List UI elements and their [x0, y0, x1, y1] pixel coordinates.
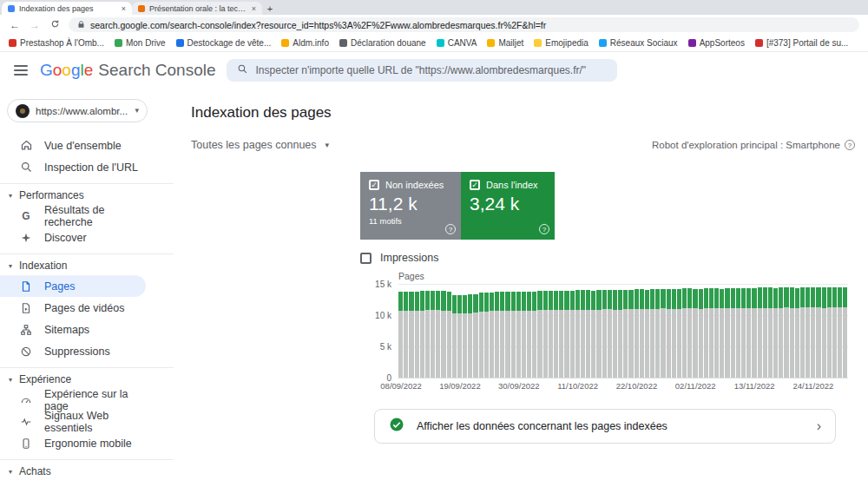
chart-bar[interactable] [709, 284, 713, 378]
chart-bar[interactable] [409, 284, 413, 378]
bookmark-item[interactable]: Mon Drive [115, 38, 166, 48]
chart-bar[interactable] [532, 284, 536, 378]
sidebar-item-search-results[interactable]: G Résultats de recherche [0, 205, 146, 227]
chart-bar[interactable] [490, 284, 494, 378]
chart-bar[interactable] [591, 284, 595, 378]
bookmark-item[interactable]: Mailjet [487, 38, 523, 48]
pages-filter-dropdown[interactable]: Toutes les pages connues ▾ [191, 139, 329, 151]
chart-bar[interactable] [763, 284, 767, 378]
help-icon[interactable]: ? [539, 224, 549, 234]
view-indexed-data-link[interactable]: Afficher les données concernant les page… [374, 409, 836, 444]
chart-bar[interactable] [404, 284, 408, 378]
chart-bar[interactable] [731, 284, 735, 378]
chart-bar[interactable] [575, 284, 580, 378]
new-tab-button[interactable]: + [262, 2, 278, 15]
chart-bar[interactable] [635, 284, 639, 378]
chart-bar[interactable] [559, 284, 563, 378]
sidebar-item-overview[interactable]: Vue d'ensemble [0, 135, 146, 156]
chart-bar[interactable] [806, 284, 810, 378]
chart-bar[interactable] [457, 284, 462, 378]
chart-bar[interactable] [602, 284, 607, 378]
chart-bar[interactable] [714, 284, 719, 378]
section-header-experience[interactable]: ▾ Expérience [0, 370, 174, 389]
chart-bar[interactable] [516, 284, 521, 378]
section-header-indexation[interactable]: ▾ Indexation [0, 256, 174, 275]
chart-bar[interactable] [736, 284, 740, 378]
url-bar[interactable]: search.google.com/search-console/index?r… [69, 17, 859, 32]
bookmark-item[interactable]: [#373] Portail de su... [755, 38, 849, 48]
sidebar-item-core-web-vitals[interactable]: Signaux Web essentiels [0, 411, 146, 432]
chart-bar[interactable] [473, 284, 477, 378]
url-inspection-input[interactable] [256, 64, 607, 76]
chart-bar[interactable] [447, 284, 451, 378]
chart-bar[interactable] [768, 284, 773, 378]
chart-bar[interactable] [623, 284, 628, 378]
chart-bar[interactable] [800, 284, 805, 378]
chart-bar[interactable] [704, 284, 708, 378]
section-header-achats[interactable]: ▾ Achats [0, 462, 174, 481]
help-icon[interactable]: ? [845, 140, 855, 150]
refresh-icon[interactable] [49, 19, 61, 30]
chart-bar[interactable] [495, 284, 499, 378]
chart-bar[interactable] [838, 284, 842, 378]
sidebar-item-video-pages[interactable]: Pages de vidéos [0, 297, 146, 319]
chart-bar[interactable] [564, 284, 569, 378]
chart-bar[interactable] [543, 284, 548, 378]
chart-bar[interactable] [581, 284, 585, 378]
chart-bar[interactable] [618, 284, 622, 378]
chart-bar[interactable] [795, 284, 799, 378]
checkbox-unchecked-icon[interactable] [360, 253, 372, 264]
chart-bar[interactable] [667, 284, 671, 378]
chart-bar[interactable] [441, 284, 445, 378]
bookmark-item[interactable]: Destockage de vête... [176, 38, 272, 48]
checkbox-checked-icon[interactable]: ✓ [470, 180, 480, 190]
chart-bar[interactable] [752, 284, 756, 378]
chart-bar[interactable] [655, 284, 660, 378]
chart-bar[interactable] [758, 284, 762, 378]
chart-bar[interactable] [645, 284, 649, 378]
chart-bar[interactable] [816, 284, 820, 378]
chart-bar[interactable] [843, 284, 847, 378]
chart-bar[interactable] [425, 284, 430, 378]
chart-bar[interactable] [613, 284, 617, 378]
chart-bar[interactable] [687, 284, 692, 378]
sidebar-item-sitemaps[interactable]: Sitemaps [0, 319, 146, 340]
chart-bar[interactable] [431, 284, 435, 378]
chart-bar[interactable] [811, 284, 815, 378]
url-inspection-bar[interactable] [227, 59, 617, 82]
back-icon[interactable]: ← [9, 20, 21, 30]
sidebar-item-page-experience[interactable]: Expérience sur la page [0, 389, 146, 411]
bookmark-item[interactable]: CANVA [437, 38, 477, 48]
bookmark-item[interactable]: Prestashop À l'Omb... [9, 38, 104, 48]
chart-bar[interactable] [537, 284, 542, 378]
chart-bar[interactable] [773, 284, 778, 378]
chart-bar[interactable] [596, 284, 601, 378]
bookmark-item[interactable]: Aldm.info [281, 38, 329, 48]
browser-tab[interactable]: Indexation des pages × [2, 2, 132, 15]
chart-bar[interactable] [463, 284, 467, 378]
bookmark-item[interactable]: AppSorteos [688, 38, 745, 48]
chart-bar[interactable] [661, 284, 665, 378]
chart-bar[interactable] [452, 284, 457, 378]
checkbox-checked-icon[interactable]: ✓ [369, 180, 379, 190]
browser-tab[interactable]: Présentation orale : la technique × [132, 2, 262, 15]
property-selector[interactable]: https://www.alombr... ▾ [7, 99, 148, 122]
chart-bar[interactable] [672, 284, 676, 378]
chart-bar[interactable] [725, 284, 729, 378]
chart-bar[interactable] [468, 284, 472, 378]
close-tab-icon[interactable]: × [252, 4, 256, 13]
chart-bar[interactable] [682, 284, 687, 378]
close-tab-icon[interactable]: × [122, 4, 126, 13]
chart-bar[interactable] [650, 284, 654, 378]
stat-card[interactable]: ✓ Dans l'index 3,24 k ? [461, 172, 555, 240]
bookmark-item[interactable]: Emojipedia [534, 38, 588, 48]
app-logo[interactable]: Google Search Console [40, 61, 216, 80]
help-icon[interactable]: ? [445, 224, 456, 234]
chart-bar[interactable] [586, 284, 590, 378]
chart-bar[interactable] [699, 284, 703, 378]
chart-bar[interactable] [608, 284, 612, 378]
chart-bar[interactable] [415, 284, 419, 378]
chart-bar[interactable] [822, 284, 826, 378]
chart-bar[interactable] [505, 284, 510, 378]
chart-bar[interactable] [628, 284, 633, 378]
